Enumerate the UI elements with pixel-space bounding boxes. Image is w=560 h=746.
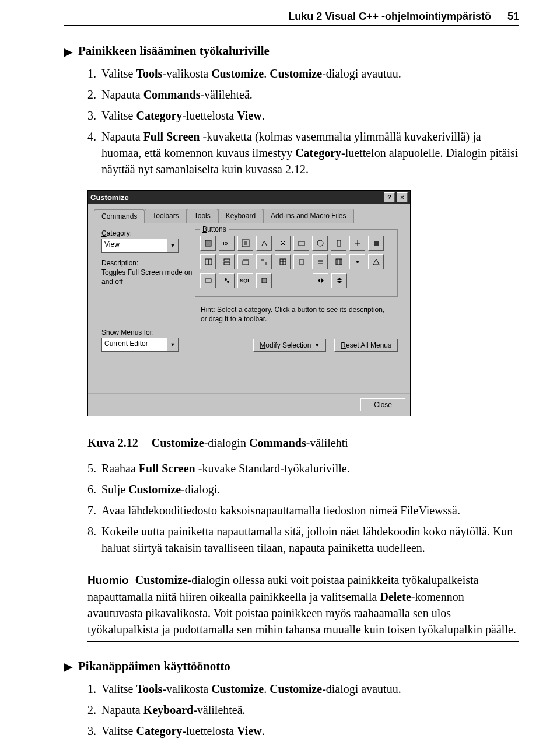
section-title-add-button: ▶ Painikkeen lisääminen työkaluriville xyxy=(64,44,519,58)
note-label: Huomio xyxy=(88,574,129,586)
section-title-shortcut: ▶ Pikanäppäimen käyttöönotto xyxy=(64,659,519,674)
step-6: Sulje Customize-dialogi. xyxy=(99,481,519,498)
svg-rect-19 xyxy=(299,260,304,264)
svg-rect-7 xyxy=(374,241,379,246)
step-4: Valitse Commands-ruudusta ToggleFullScre… xyxy=(99,744,519,746)
category-combobox[interactable]: View ▼ xyxy=(102,239,178,253)
chevron-down-icon: ▼ xyxy=(314,342,320,348)
svg-point-6 xyxy=(317,240,323,246)
tool-icon[interactable] xyxy=(312,254,328,269)
step-1: Valitse Tools-valikosta Customize. Custo… xyxy=(99,65,519,82)
modify-selection-button[interactable]: Modify Selection ▼ xyxy=(253,339,326,352)
description-label: Description: xyxy=(102,258,195,268)
svg-rect-11 xyxy=(224,262,230,265)
tool-icon[interactable]: SQL xyxy=(237,273,253,288)
tool-icon[interactable] xyxy=(256,236,272,251)
chevron-down-icon[interactable]: ▼ xyxy=(167,338,178,351)
tool-icon[interactable] xyxy=(200,236,216,251)
figure-caption: Kuva 2.12 Customize-dialogin Commands-vä… xyxy=(88,436,519,450)
tab-tools[interactable]: Tools xyxy=(187,209,218,223)
fullscreen-icon[interactable] xyxy=(237,236,253,251)
svg-rect-10 xyxy=(224,259,230,261)
tool-icon[interactable] xyxy=(256,273,272,288)
help-button[interactable]: ? xyxy=(384,192,395,202)
svg-rect-8 xyxy=(205,259,208,265)
tool-icon[interactable] xyxy=(331,273,347,288)
hint-text: Hint: Select a category. Click a button … xyxy=(201,305,387,324)
tool-icon[interactable] xyxy=(313,273,328,288)
tool-icon[interactable] xyxy=(275,236,290,251)
svg-rect-9 xyxy=(209,259,212,265)
step-1: Valitse Tools-valikosta Customize. Custo… xyxy=(99,681,519,697)
figure-number: Kuva 2.12 xyxy=(88,436,138,449)
buttons-group: Buttons ID= xyxy=(195,229,398,297)
page-number: 51 xyxy=(508,10,519,23)
step-3: Valitse Category-luettelosta View. xyxy=(99,723,519,739)
tab-commands[interactable]: Commands xyxy=(94,209,145,223)
tool-icon[interactable] xyxy=(237,254,253,269)
dialog-tabs: Commands Toolbars Tools Keyboard Add-ins… xyxy=(94,209,405,223)
tool-icon[interactable]: ID= xyxy=(219,236,235,251)
tab-keyboard[interactable]: Keyboard xyxy=(218,209,263,223)
svg-point-28 xyxy=(225,278,227,281)
tool-icon[interactable] xyxy=(349,254,365,269)
tool-icon[interactable] xyxy=(200,254,216,269)
tool-icon[interactable] xyxy=(331,254,346,269)
step-3: Valitse Category-luettelosta View. xyxy=(99,107,519,124)
tab-toolbars[interactable]: Toolbars xyxy=(145,209,186,223)
page-header: Luku 2 Visual C++ -ohjelmointiympäristö … xyxy=(64,10,519,26)
svg-rect-30 xyxy=(262,278,267,283)
steps-list-1: Valitse Tools-valikosta Customize. Custo… xyxy=(64,65,519,177)
step-7: Avaa lähdekooditiedosto kaksoisnapauttam… xyxy=(99,502,519,519)
tab-panel: Category: View ▼ Description: Toggles Fu… xyxy=(94,223,405,387)
reset-all-menus-button[interactable]: Reset All Menus xyxy=(334,339,398,352)
step-8: Kokeile uutta painiketta napauttamalla s… xyxy=(99,523,519,556)
tool-icon[interactable] xyxy=(293,254,309,269)
dialog-title: Customize xyxy=(90,193,129,202)
section-title-text: Painikkeen lisääminen työkaluriville xyxy=(78,44,270,58)
note-box: Huomio Customize-dialogin ollessa auki v… xyxy=(88,568,519,642)
svg-rect-15 xyxy=(265,262,267,265)
dialog-titlebar[interactable]: Customize ? × xyxy=(88,191,410,204)
show-menus-label: Show Menus for: xyxy=(102,328,178,337)
chevron-down-icon[interactable]: ▼ xyxy=(167,239,178,252)
svg-rect-0 xyxy=(205,240,211,246)
svg-rect-2 xyxy=(244,241,247,245)
svg-rect-12 xyxy=(243,261,249,265)
tool-icon[interactable] xyxy=(275,254,290,269)
tool-icon[interactable] xyxy=(331,236,346,251)
svg-point-29 xyxy=(227,281,229,283)
tool-icon[interactable] xyxy=(349,236,365,251)
customize-dialog: Customize ? × Commands Toolbars Tools Ke… xyxy=(88,190,411,416)
show-menus-combobox[interactable]: Current Editor ▼ xyxy=(102,338,178,352)
tool-icon[interactable] xyxy=(219,273,235,288)
show-menus-value: Current Editor xyxy=(102,338,167,351)
tool-icon[interactable] xyxy=(256,254,272,269)
button-row-2 xyxy=(200,254,393,269)
tool-icon[interactable] xyxy=(293,236,309,251)
figure-customize-dialog: Customize ? × Commands Toolbars Tools Ke… xyxy=(88,190,519,416)
step-4: Napauta Full Screen -kuvaketta (kolmas v… xyxy=(99,128,519,177)
steps-list-2: Valitse Tools-valikosta Customize. Custo… xyxy=(64,681,519,746)
step-2: Napauta Commands-välilehteä. xyxy=(99,86,519,103)
tab-addins[interactable]: Add-ins and Macro Files xyxy=(263,209,354,223)
close-button[interactable]: Close xyxy=(360,398,405,411)
tool-icon[interactable] xyxy=(368,236,384,251)
button-row-3: SQL xyxy=(200,273,393,288)
close-icon[interactable]: × xyxy=(397,192,408,202)
svg-rect-14 xyxy=(261,259,264,261)
tool-icon[interactable] xyxy=(219,254,235,269)
svg-rect-27 xyxy=(205,279,211,282)
description-text: Toggles Full Screen mode on and off xyxy=(102,268,195,286)
svg-point-26 xyxy=(356,261,359,263)
section-title-text: Pikanäppäimen käyttöönotto xyxy=(78,659,230,674)
triangle-icon: ▶ xyxy=(64,45,72,58)
svg-rect-5 xyxy=(299,241,304,246)
category-value: View xyxy=(102,239,167,252)
tool-icon[interactable] xyxy=(312,236,328,251)
chapter-label: Luku 2 Visual C++ -ohjelmointiympäristö xyxy=(288,10,491,23)
steps-list-1b: Raahaa Full Screen -kuvake Standard-työk… xyxy=(64,460,519,556)
step-5: Raahaa Full Screen -kuvake Standard-työk… xyxy=(99,460,519,477)
tool-icon[interactable] xyxy=(368,254,384,269)
tool-icon[interactable] xyxy=(200,273,216,288)
